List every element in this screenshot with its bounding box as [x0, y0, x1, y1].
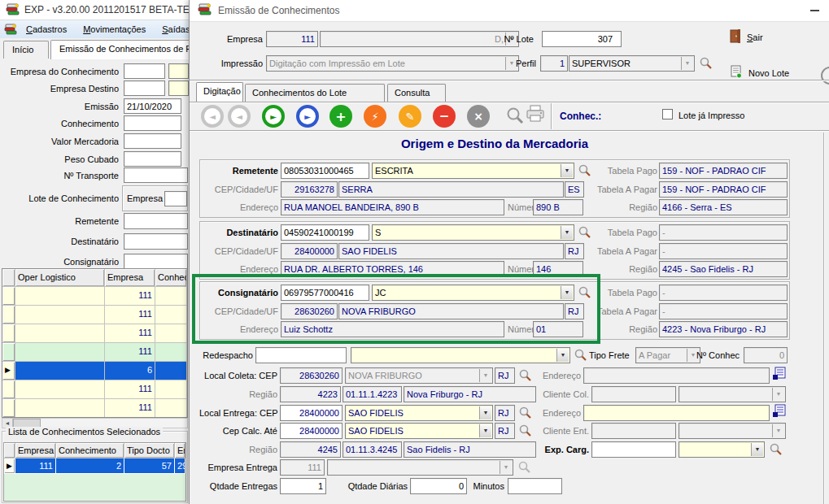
entrega-cep-input[interactable]: 28400000: [280, 405, 343, 421]
empresa-destino-input[interactable]: [124, 80, 165, 96]
peso-cubado-input[interactable]: [124, 151, 181, 167]
destinatario-name-combo[interactable]: S: [372, 224, 574, 241]
first-record-button[interactable]: ◄: [201, 105, 224, 128]
cep-cidade-uf-label: CEP/Cidade/UF: [200, 306, 278, 317]
edit-button[interactable]: ✎: [399, 105, 421, 128]
consignatario-name-combo[interactable]: JC: [372, 285, 574, 301]
col-empresa[interactable]: Empresa: [15, 443, 56, 458]
table-row[interactable]: 111: [2, 399, 187, 418]
remetente-tabela-a-pagar: 159 - NOF - PADRAO CIF: [659, 181, 788, 198]
table-row[interactable]: 111: [2, 324, 187, 343]
table-row[interactable]: 111: [2, 343, 187, 362]
divider: [190, 102, 829, 103]
perfil-search-icon[interactable]: [699, 56, 713, 70]
table-row-selected[interactable]: ▶6: [2, 362, 187, 380]
prior-record-button[interactable]: ◄: [228, 105, 251, 128]
emissao-label: Emissão: [0, 102, 119, 112]
exp-carg-combo[interactable]: [678, 441, 765, 458]
regiao-label: Região: [199, 445, 277, 455]
n-transporte-input[interactable]: [124, 167, 188, 183]
remetente-label: Remetente: [200, 166, 278, 176]
sair-button[interactable]: Sair: [730, 29, 763, 45]
endereco-col-label: Endereço: [499, 371, 581, 381]
consignatario-doc-input[interactable]: 06979577000416: [281, 285, 369, 301]
quick-action-button[interactable]: ⚡: [364, 105, 386, 128]
minutos-input[interactable]: [508, 478, 562, 494]
delete-button[interactable]: −: [433, 105, 456, 128]
remetente-cidade: SERRA: [338, 181, 564, 198]
exp-carg-label: Exp. Carg.: [499, 445, 589, 455]
cep-calc-input[interactable]: 28400000: [280, 423, 343, 439]
tab-digitacao[interactable]: Digitação: [196, 82, 243, 102]
n-lote-field[interactable]: 307: [542, 31, 622, 47]
endereco-ent-input[interactable]: [583, 405, 770, 421]
empresa-conhecimento-input[interactable]: [124, 63, 165, 79]
cliente-col-field: [591, 386, 676, 402]
redespacho-combo[interactable]: [351, 347, 570, 363]
col-empresa[interactable]: Empresa: [105, 269, 155, 287]
redespacho-search-icon[interactable]: [574, 348, 587, 362]
table-row[interactable]: 111: [2, 287, 187, 306]
qtdade-entregas-input[interactable]: 1: [280, 478, 326, 494]
next-record-button[interactable]: ►: [262, 105, 285, 128]
chevron-down-icon[interactable]: [751, 443, 763, 456]
destinatario-doc-input[interactable]: 04590241000199: [281, 224, 369, 241]
address-form-icon[interactable]: [772, 404, 787, 418]
search-icon[interactable]: [505, 106, 525, 125]
tabela-pago-label: Tabela Pago: [558, 288, 657, 298]
tab-inicio[interactable]: Início: [3, 41, 49, 59]
address-form-icon[interactable]: [772, 367, 787, 380]
printer-icon[interactable]: [526, 105, 545, 123]
emissao-input[interactable]: 21/10/2020: [124, 98, 181, 114]
consignatario-filter-input[interactable]: [124, 254, 188, 270]
col-conhecimento[interactable]: Conhecimento: [56, 443, 124, 458]
valor-mercadoria-input[interactable]: [124, 133, 181, 149]
entrega-cidade-combo[interactable]: SAO FIDELIS: [345, 405, 493, 421]
exp-carg-search-icon[interactable]: [769, 442, 783, 456]
chevron-down-icon[interactable]: [479, 406, 491, 419]
conhecimento-input[interactable]: [124, 115, 181, 131]
n-conhec-field: 0: [744, 347, 788, 363]
lote-ja-impresso-label: Lote já Impresso: [678, 111, 776, 121]
menu-movimentacoes[interactable]: Movimentações: [76, 22, 153, 37]
destinatario-filter-input[interactable]: [124, 233, 188, 250]
exp-carg-input[interactable]: [591, 441, 676, 458]
qtdade-entregas-label: Qtdade Entregas: [199, 481, 277, 492]
add-button[interactable]: +: [329, 105, 352, 128]
qtdade-diarias-input[interactable]: 0: [410, 478, 467, 494]
n-lote-label: Nº Lote: [485, 34, 534, 45]
table-row-selected[interactable]: ▶ 111 2 57 29/: [4, 458, 185, 474]
lote-ja-impresso-checkbox[interactable]: [662, 109, 673, 119]
cancel-button[interactable]: ×: [467, 105, 490, 128]
selected-list-grid[interactable]: Empresa Conhecimento Tipo Docto Emi ▶ 11…: [3, 442, 186, 502]
col-conhecimento[interactable]: Conheci: [155, 269, 187, 287]
lote-empresa-input[interactable]: [164, 191, 187, 206]
tab-conhecimentos-do-lote[interactable]: Conhecimentos do Lote: [245, 84, 385, 102]
table-row[interactable]: 111: [2, 306, 187, 324]
menu-cadastros[interactable]: Cadastros: [19, 22, 74, 37]
chevron-down-icon[interactable]: [556, 349, 569, 362]
tab-consulta[interactable]: Consulta: [387, 84, 446, 102]
remetente-doc-input[interactable]: 08053031000465: [281, 163, 369, 179]
new-lote-icon: [730, 65, 743, 80]
cep-calc-cidade-combo[interactable]: SAO FIDELIS: [345, 423, 493, 439]
col-oper-logistico[interactable]: Oper Logistico: [15, 269, 105, 287]
novo-lote-button[interactable]: Novo Lote: [730, 65, 789, 80]
chevron-down-icon[interactable]: [479, 424, 491, 437]
consignatario-endereco: Luiz Schottz: [281, 321, 504, 337]
empresa-destino-label: Empresa Destino: [0, 84, 119, 94]
remetente-regiao: 4166 - Serra - ES: [659, 199, 788, 215]
tab-emissao-conhecimentos[interactable]: Emissão de Conhecimentos de Re: [50, 40, 190, 59]
redespacho-input[interactable]: [255, 347, 347, 363]
table-row[interactable]: 111: [2, 380, 187, 399]
conhecimentos-grid[interactable]: Oper Logistico Empresa Conheci 111 111 1…: [2, 268, 188, 418]
col-emissao[interactable]: Emi: [175, 443, 185, 458]
col-tipo-docto[interactable]: Tipo Docto: [124, 443, 175, 458]
screen: EXP - v3.20.00 2011201517 BETA-TESTE Cad…: [0, 0, 829, 504]
perfil-combo[interactable]: SUPERVISOR: [569, 55, 695, 72]
consignatario-regiao: 4223 - Nova Friburgo - RJ: [659, 321, 788, 337]
last-record-button[interactable]: ►: [296, 105, 319, 128]
remetente-filter-input[interactable]: [124, 213, 188, 229]
minimize-icon[interactable]: [810, 10, 819, 11]
remetente-name-combo[interactable]: ESCRITA: [372, 163, 574, 179]
